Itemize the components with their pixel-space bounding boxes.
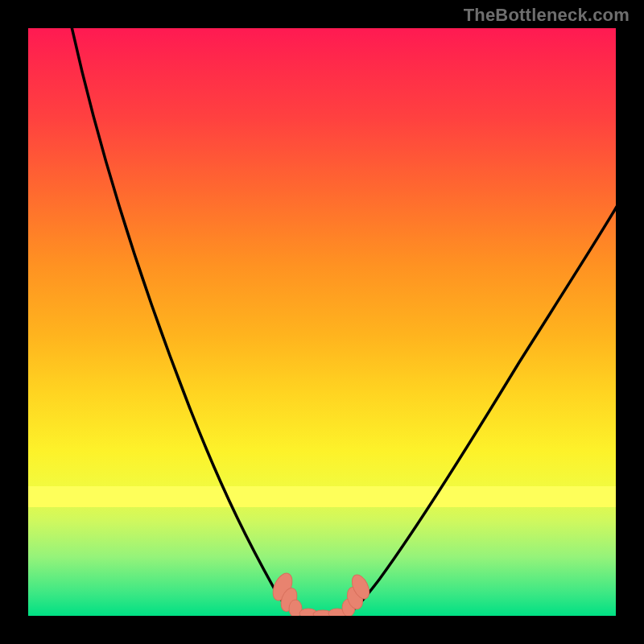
plot-area bbox=[28, 28, 616, 616]
right-curve bbox=[352, 201, 616, 611]
chart-frame: TheBottleneck.com bbox=[0, 0, 644, 644]
left-curve bbox=[68, 28, 292, 611]
watermark-text: TheBottleneck.com bbox=[464, 5, 630, 26]
curve-layer bbox=[28, 28, 616, 616]
valley-knuckles bbox=[269, 570, 373, 616]
